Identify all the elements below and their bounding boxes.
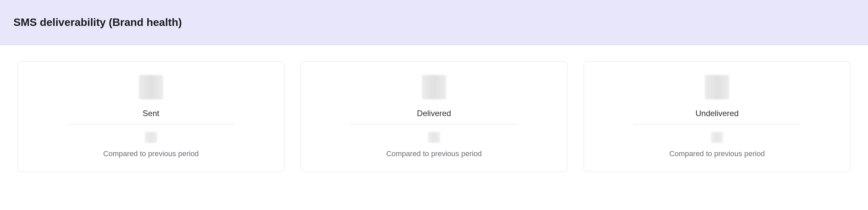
metric-delta-placeholder [145, 132, 157, 143]
metric-value-placeholder [139, 75, 163, 99]
metrics-cards-container: Sent Compared to previous period Deliver… [0, 45, 868, 188]
card-divider [67, 124, 235, 125]
section-title: SMS deliverability (Brand health) [13, 16, 855, 29]
card-divider [350, 124, 518, 125]
metric-card-sent: Sent Compared to previous period [18, 61, 284, 172]
metric-delta-placeholder [428, 132, 440, 143]
metric-label: Undelivered [695, 109, 739, 118]
metric-delta-placeholder [711, 132, 723, 143]
metric-value-placeholder [422, 75, 446, 99]
comparison-text: Compared to previous period [386, 149, 482, 158]
card-divider [633, 124, 801, 125]
metric-card-undelivered: Undelivered Compared to previous period [584, 61, 850, 172]
comparison-text: Compared to previous period [669, 149, 765, 158]
metric-label: Sent [143, 109, 159, 118]
comparison-text: Compared to previous period [103, 149, 199, 158]
metric-label: Delivered [417, 109, 451, 118]
metric-card-delivered: Delivered Compared to previous period [301, 61, 567, 172]
section-header: SMS deliverability (Brand health) [0, 0, 868, 45]
metric-value-placeholder [705, 75, 729, 99]
